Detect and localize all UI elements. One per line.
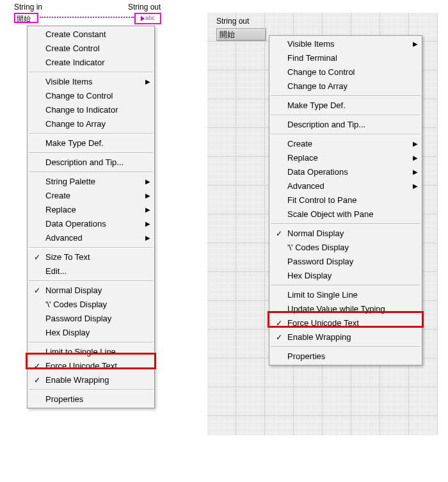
menu-item[interactable]: Limit to Single Line [269, 288, 422, 302]
menu-item[interactable]: Make Type Def. [28, 136, 154, 150]
menu-item-label: Create [45, 191, 70, 200]
string-wire [40, 17, 134, 18]
menu-item-label: Visible Items [287, 39, 334, 49]
menu-item[interactable]: ✓Enable Wrapping [28, 373, 154, 387]
menu-item[interactable]: Change to Indicator [28, 103, 154, 117]
menu-separator [271, 346, 420, 348]
menu-separator [29, 172, 153, 173]
menu-item[interactable]: Visible Items▶ [269, 37, 422, 51]
menu-item[interactable]: ✓Force Unicode Text [269, 316, 422, 330]
checkmark-icon: ✓ [33, 359, 42, 373]
menu-item[interactable]: Make Type Def. [269, 99, 422, 113]
menu-item[interactable]: ✓Size To Text [28, 250, 154, 264]
menu-item[interactable]: Visible Items▶ [28, 75, 154, 89]
menu-item-label: Create Control [45, 44, 100, 53]
menu-item-label: Limit to Single Line [45, 347, 116, 357]
menu-item[interactable]: Change to Control [269, 65, 422, 79]
menu-item-label: Description and Tip... [287, 120, 365, 129]
menu-item[interactable]: Hex Display [28, 326, 154, 340]
menu-item[interactable]: Description and Tip... [28, 156, 154, 170]
menu-item[interactable]: Create▶ [28, 189, 154, 203]
menu-item[interactable]: ✓Enable Wrapping [269, 330, 422, 344]
submenu-arrow-icon: ▶ [145, 175, 150, 189]
menu-item[interactable]: ✓Normal Display [269, 227, 422, 241]
string-out-label: String out [128, 3, 161, 12]
menu-item-label: Fit Control to Pane [287, 195, 356, 205]
menu-item-label: Scale Object with Pane [287, 209, 373, 219]
menu-item[interactable]: Hex Display [269, 269, 422, 283]
menu-item-label: Password Display [287, 257, 353, 266]
menu-item[interactable]: Password Display [269, 255, 422, 269]
menu-item-label: Enable Wrapping [287, 332, 351, 342]
menu-item-label: Visible Items [45, 77, 92, 86]
menu-item[interactable]: Properties [28, 392, 154, 406]
submenu-arrow-icon: ▶ [413, 179, 418, 193]
menu-item-label: Replace [287, 153, 318, 163]
menu-item[interactable]: Properties [269, 349, 422, 364]
fp-string-out-label: String out [216, 17, 249, 26]
fp-string-indicator[interactable]: 開始 [216, 28, 266, 41]
menu-item-label: Make Type Def. [45, 138, 104, 148]
menu-item[interactable]: Scale Object with Pane [269, 207, 422, 221]
menu-item[interactable]: Fit Control to Pane [269, 193, 422, 207]
menu-item[interactable]: Replace▶ [28, 203, 154, 217]
menu-item[interactable]: Password Display [28, 312, 154, 326]
menu-separator [271, 223, 420, 225]
menu-item-label: Description and Tip... [45, 157, 124, 167]
submenu-arrow-icon: ▶ [145, 231, 150, 245]
menu-item-label: Properties [287, 351, 325, 361]
menu-separator [29, 342, 153, 343]
menu-item[interactable]: String Palette▶ [28, 175, 154, 189]
menu-item[interactable]: Create Constant [28, 28, 154, 42]
menu-item[interactable]: Advanced▶ [269, 179, 422, 193]
submenu-arrow-icon: ▶ [145, 75, 150, 89]
menu-item[interactable]: Replace▶ [269, 151, 422, 165]
menu-separator [29, 133, 153, 134]
menu-item-label: String Palette [45, 177, 95, 186]
menu-item-label: Limit to Single Line [287, 290, 358, 300]
menu-separator [29, 280, 153, 282]
submenu-arrow-icon: ▶ [145, 189, 150, 203]
menu-item[interactable]: '\' Codes Display [28, 298, 154, 312]
checkmark-icon: ✓ [275, 316, 284, 330]
menu-separator [271, 285, 420, 286]
menu-item-label: Change to Control [287, 67, 355, 77]
menu-item[interactable]: Advanced▶ [28, 231, 154, 245]
menu-item[interactable]: Edit... [28, 264, 154, 278]
menu-item[interactable]: ✓Force Unicode Text [28, 359, 154, 373]
menu-item[interactable]: Data Operations▶ [269, 165, 422, 179]
menu-item[interactable]: Create Control [28, 42, 154, 56]
menu-separator [29, 152, 153, 154]
menu-item[interactable]: ✓Normal Display [28, 284, 154, 298]
string-indicator-terminal[interactable]: abc [134, 13, 161, 24]
menu-item-label: '\' Codes Display [287, 243, 349, 252]
menu-item-label: Force Unicode Text [45, 361, 117, 371]
menu-separator [271, 115, 420, 116]
menu-item[interactable]: Create▶ [269, 137, 422, 151]
menu-separator [29, 72, 153, 73]
menu-item-label: Replace [45, 205, 76, 214]
menu-item[interactable]: Change to Array [28, 117, 154, 131]
menu-item[interactable]: Create Indicator [28, 56, 154, 70]
menu-item[interactable]: Change to Array [269, 79, 422, 93]
submenu-arrow-icon: ▶ [413, 151, 418, 165]
string-constant[interactable]: 開始 [14, 13, 38, 23]
menu-item[interactable]: Data Operations▶ [28, 217, 154, 231]
menu-item-label: Size To Text [45, 252, 90, 262]
menu-separator [271, 95, 420, 97]
menu-item[interactable]: '\' Codes Display [269, 241, 422, 255]
menu-item-label: Find Terminal [287, 53, 337, 63]
menu-item-label: Data Operations [287, 167, 348, 177]
menu-item[interactable]: Find Terminal [269, 51, 422, 65]
menu-item[interactable]: Description and Tip... [269, 118, 422, 132]
menu-item-label: Create Indicator [45, 58, 105, 67]
menu-item-label: '\' Codes Display [45, 300, 107, 309]
menu-item-label: Advanced [287, 181, 324, 191]
menu-item[interactable]: Change to Control [28, 89, 154, 103]
menu-separator [271, 134, 420, 135]
menu-item[interactable]: Limit to Single Line [28, 345, 154, 359]
menu-item[interactable]: Update Value while Typing [269, 302, 422, 316]
menu-item-label: Edit... [45, 266, 67, 276]
menu-item-label: Create [287, 139, 312, 149]
menu-item-label: Change to Control [45, 91, 113, 100]
